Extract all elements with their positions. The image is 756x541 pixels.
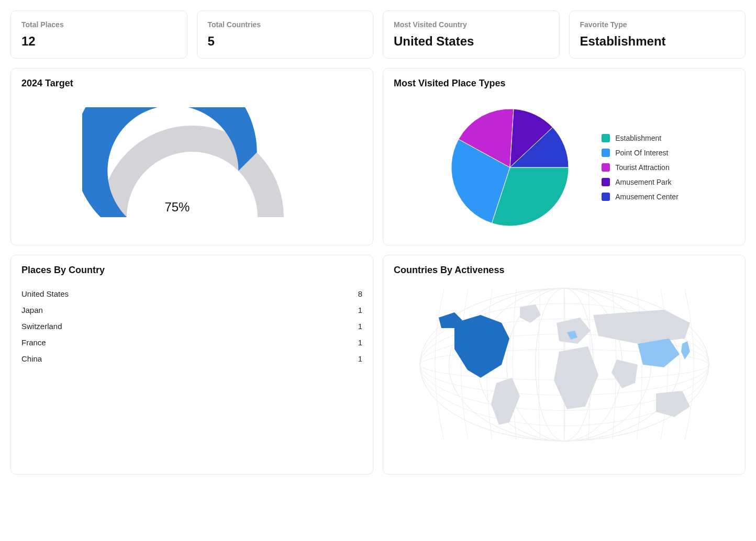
legend-item: Amusement Center — [602, 193, 679, 201]
country-count: 1 — [358, 322, 362, 331]
card-countries-activeness: Countries By Activeness — [383, 255, 746, 475]
card-place-types: Most Visited Place Types EstablishmentPo… — [383, 68, 746, 245]
card-target: 2024 Target 75% — [10, 68, 373, 245]
legend-swatch — [602, 134, 610, 142]
stat-value: United States — [394, 34, 549, 49]
gauge-svg — [82, 107, 302, 228]
legend-label: Point Of Interest — [615, 149, 668, 157]
stat-label: Total Countries — [208, 20, 363, 29]
stat-card-most-visited-country: Most Visited Country United States — [383, 10, 560, 59]
country-count: 8 — [358, 289, 362, 298]
country-row: China1 — [21, 354, 362, 363]
country-name: France — [21, 338, 46, 347]
pie-chart-wrap: EstablishmentPoint Of InterestTourist At… — [394, 99, 735, 235]
legend-swatch — [602, 193, 610, 201]
stat-value: 12 — [21, 34, 176, 49]
map-svg — [418, 286, 711, 443]
stat-card-total-countries: Total Countries 5 — [197, 10, 374, 59]
legend-swatch — [602, 149, 610, 157]
stat-card-total-places: Total Places 12 — [10, 10, 187, 59]
card-title: Places By Country — [21, 265, 362, 276]
stats-row: Total Places 12 Total Countries 5 Most V… — [10, 10, 746, 59]
pie-legend: EstablishmentPoint Of InterestTourist At… — [602, 134, 679, 201]
country-name: Japan — [21, 306, 43, 314]
stat-label: Total Places — [21, 20, 176, 29]
legend-label: Tourist Attraction — [615, 163, 670, 172]
country-count: 1 — [358, 338, 362, 347]
card-title: Countries By Activeness — [394, 265, 735, 276]
country-row: France1 — [21, 338, 362, 347]
legend-label: Establishment — [615, 134, 661, 142]
country-row: United States8 — [21, 289, 362, 298]
country-name: Switzerland — [21, 322, 62, 331]
country-count: 1 — [358, 354, 362, 363]
gauge-chart: 75% — [21, 99, 362, 235]
stat-value: Establishment — [580, 34, 735, 49]
card-title: 2024 Target — [21, 78, 362, 89]
country-row: Switzerland1 — [21, 322, 362, 331]
legend-item: Point Of Interest — [602, 149, 679, 157]
country-count: 1 — [358, 306, 362, 314]
stat-label: Favorite Type — [580, 20, 735, 29]
pie-svg — [450, 107, 570, 228]
legend-label: Amusement Center — [615, 193, 679, 201]
legend-item: Establishment — [602, 134, 679, 142]
legend-item: Tourist Attraction — [602, 163, 679, 172]
gauge-percent-label: 75% — [164, 200, 190, 215]
country-name: United States — [21, 289, 69, 298]
charts-row-1: 2024 Target 75% Most Visited Place Types… — [10, 68, 746, 245]
charts-row-2: Places By Country United States8Japan1Sw… — [10, 255, 746, 475]
legend-swatch — [602, 178, 610, 186]
card-places-by-country: Places By Country United States8Japan1Sw… — [10, 255, 373, 475]
country-list: United States8Japan1Switzerland1France1C… — [21, 289, 362, 363]
country-row: Japan1 — [21, 306, 362, 314]
stat-card-favorite-type: Favorite Type Establishment — [569, 10, 746, 59]
stat-value: 5 — [208, 34, 363, 49]
world-map — [394, 286, 735, 443]
country-name: China — [21, 354, 42, 363]
legend-item: Amusement Park — [602, 178, 679, 186]
legend-label: Amusement Park — [615, 178, 671, 186]
stat-label: Most Visited Country — [394, 20, 549, 29]
legend-swatch — [602, 163, 610, 172]
card-title: Most Visited Place Types — [394, 78, 735, 89]
